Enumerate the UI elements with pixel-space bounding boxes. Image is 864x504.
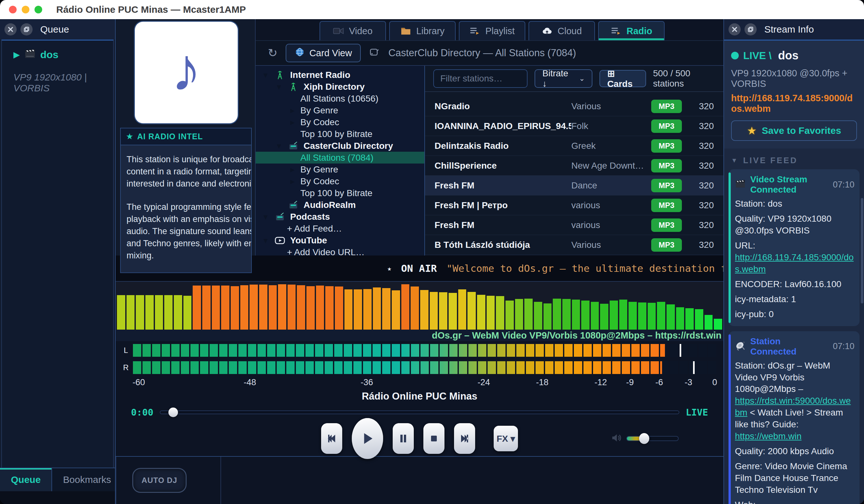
left-tab-queue[interactable]: Queue xyxy=(0,468,52,491)
spectrum-bar xyxy=(250,285,258,330)
tree-item[interactable]: ▾Internet Radio xyxy=(256,69,424,81)
zoom-window-button[interactable] xyxy=(35,6,42,13)
tree-item-label: Podcasts xyxy=(290,212,330,222)
speaker-icon xyxy=(611,432,622,445)
previous-button[interactable] xyxy=(321,423,342,454)
station-row[interactable]: B Tóth László stúdiójaVariousMP3320 xyxy=(425,235,723,255)
pause-button[interactable] xyxy=(393,423,414,454)
tree-item-label: By Codec xyxy=(300,117,339,127)
live-label: LIVE xyxy=(686,407,708,418)
tree-item[interactable]: Top 100 by Bitrate xyxy=(256,187,424,199)
auto-dj-button[interactable]: AUTO DJ xyxy=(132,468,187,493)
db-tick-label: -9 xyxy=(626,378,634,388)
close-panel-button[interactable] xyxy=(729,23,741,35)
chevron-down-icon: ⌄ xyxy=(579,74,585,83)
intel-line: The typical programming style featur xyxy=(127,201,251,213)
popout-panel-button[interactable] xyxy=(21,23,33,35)
tree-item[interactable]: ▸By Genre xyxy=(256,163,424,175)
tab-radio[interactable]: Radio xyxy=(598,21,664,40)
save-to-favorites-button[interactable]: ★ Save to Favorites xyxy=(731,120,857,141)
tab-video[interactable]: Video xyxy=(320,21,386,40)
tree-item[interactable]: ▾Podcasts xyxy=(256,211,424,223)
feed-card-link[interactable]: https://webm.win xyxy=(735,431,802,441)
volume-thumb[interactable] xyxy=(639,433,649,444)
station-name: Delintzakis Radio xyxy=(434,141,571,151)
minimize-window-button[interactable] xyxy=(22,6,29,13)
seek-thumb[interactable] xyxy=(168,407,178,417)
tab-cloud[interactable]: Cloud xyxy=(528,21,595,40)
star-icon: ★ xyxy=(747,124,757,137)
tree-item[interactable]: ▸By Codec xyxy=(256,116,424,128)
tree-item[interactable]: + Add Video URL… xyxy=(256,246,424,256)
close-panel-button[interactable] xyxy=(4,23,16,35)
spectrum-bar xyxy=(638,303,646,330)
tree-item[interactable]: AudioRealm xyxy=(256,199,424,211)
station-row[interactable]: ChillSperienceNew Age Downt…MP3320 xyxy=(425,156,723,176)
next-button[interactable] xyxy=(454,423,475,454)
refresh-icon[interactable]: ↻ xyxy=(268,46,277,60)
card-view-button[interactable]: Card View xyxy=(286,44,361,62)
ai-radio-intel-title: AI RADIO INTEL xyxy=(137,132,203,141)
spectrum-bar xyxy=(411,286,419,330)
tree-item[interactable]: ▸By Genre xyxy=(256,105,424,116)
tree-item[interactable]: All Stations (7084) xyxy=(256,152,424,163)
station-bitrate: 320 xyxy=(682,161,714,171)
spectrum-bar xyxy=(174,295,182,330)
intel-line: This station is unique for broadcastin xyxy=(127,153,251,166)
tab-playlist[interactable]: Playlist xyxy=(459,21,525,40)
filter-stations-input[interactable]: Filter stations… xyxy=(433,69,528,88)
tree-item[interactable]: ▸By Codec xyxy=(256,175,424,187)
left-tab-bookmarks[interactable]: Bookmarks xyxy=(52,468,122,491)
radio-icon xyxy=(287,140,300,151)
fx-button[interactable]: FX ▾ xyxy=(494,426,518,451)
station-row[interactable]: NGradioVariousMP3320 xyxy=(425,97,723,116)
popout-panel-button[interactable] xyxy=(744,23,757,35)
cards-view-toggle[interactable]: ⊞ Cards xyxy=(599,70,646,87)
tree-item-label: Top 100 by Bitrate xyxy=(300,188,373,198)
queue-item[interactable]: ▶ dos xyxy=(13,48,113,61)
scrollbar-thumb[interactable] xyxy=(861,198,863,304)
station-bitrate: 320 xyxy=(682,141,714,151)
feed-card-line: Quality: VP9 1920x1080 @30.0fps VORBIS xyxy=(735,213,854,237)
station-row[interactable]: Delintzakis RadioGreekMP3320 xyxy=(425,136,723,156)
spectrum-bar xyxy=(240,285,249,330)
tree-item[interactable]: ▾Xiph Directory xyxy=(256,81,424,93)
spectrum-bar xyxy=(581,300,589,330)
spectrum-bar xyxy=(288,285,296,330)
stream-url[interactable]: http://168.119.74.185:9000/dos.webm xyxy=(731,93,857,114)
spectrum-bar xyxy=(467,292,476,330)
station-genre: Various xyxy=(571,101,651,111)
feed-card-link[interactable]: https://rdst.win:59000/dos.webm xyxy=(735,396,851,417)
station-name: Fresh FM | Ретро xyxy=(434,200,571,210)
seek-slider[interactable] xyxy=(160,410,679,414)
tree-item[interactable]: + Add Feed… xyxy=(256,223,424,234)
tree-item[interactable]: ▾YouTube xyxy=(256,234,424,246)
feed-card-link[interactable]: http://168.119.74.185:9000/dos.webm xyxy=(735,252,854,274)
spectrum-bar xyxy=(448,293,457,330)
spectrum-bar xyxy=(430,292,438,330)
spectrum-bar xyxy=(297,285,305,330)
clapperboard-icon xyxy=(735,179,746,191)
spectrum-bar xyxy=(648,303,656,330)
tree-item[interactable]: All Stations (10656) xyxy=(256,93,424,105)
chevron-right-icon: ▸ xyxy=(288,118,297,127)
stop-button[interactable] xyxy=(423,423,444,454)
tab-library[interactable]: Library xyxy=(389,21,456,40)
directory-tree: ▾Internet Radio▾Xiph DirectoryAll Statio… xyxy=(256,66,425,256)
station-row[interactable]: Fresh FMDanceMP3320 xyxy=(425,176,723,196)
sort-select[interactable]: Bitrate ↓ ⌄ xyxy=(535,69,592,88)
station-row[interactable]: Fresh FMvariousMP3320 xyxy=(425,215,723,235)
station-row[interactable]: Fresh FM | РетроvariousMP3320 xyxy=(425,196,723,215)
chevron-down-icon: ▾ xyxy=(261,212,270,221)
play-button[interactable] xyxy=(352,418,383,459)
db-tick-label: -6 xyxy=(655,378,663,388)
tree-item[interactable]: Top 100 by Bitrate xyxy=(256,128,424,140)
tree-item-label: By Genre xyxy=(300,164,338,175)
volume-slider[interactable] xyxy=(626,436,679,441)
live-feed-section-header[interactable]: ▼ LIVE FEED xyxy=(724,148,864,169)
codec-badge: MP3 xyxy=(651,238,682,252)
station-row[interactable]: IOANNINA_RADIO_EPIRUS_94.5FolkMP3320 xyxy=(425,116,723,136)
station-name: Fresh FM xyxy=(434,181,571,191)
close-window-button[interactable] xyxy=(9,6,16,13)
tree-item[interactable]: ▾CasterClub Directory xyxy=(256,140,424,152)
